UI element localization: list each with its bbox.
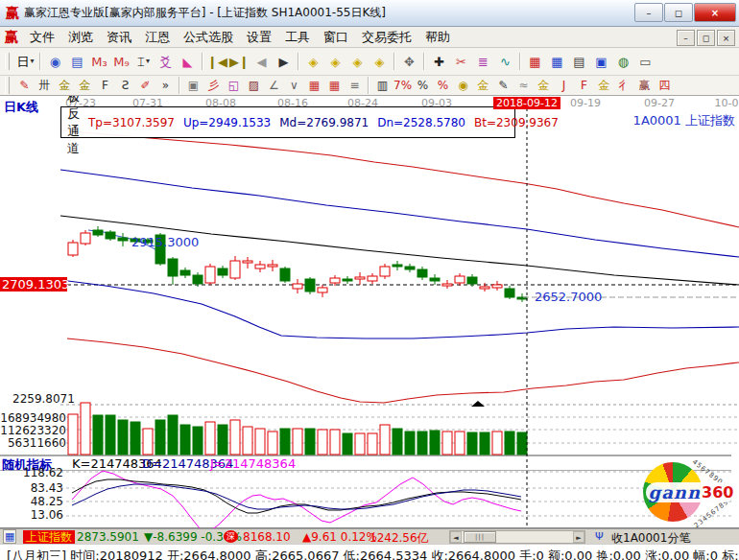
last-page-icon[interactable]: ▶❙ <box>228 52 250 71</box>
toolbar-grip[interactable] <box>5 53 10 70</box>
angle-lines-icon[interactable]: ∠ <box>264 78 284 94</box>
scroll-left-arrow[interactable]: ◄ <box>450 531 462 543</box>
sz-index-change: ▲9.61 0.12% <box>302 530 377 544</box>
menu-item-4[interactable]: 公式选股 <box>177 28 240 47</box>
kline-3-icon[interactable]: M₃ <box>88 52 110 71</box>
window-restore-button[interactable]: ◻ <box>664 3 693 22</box>
logo-gann-text: gann <box>649 482 701 502</box>
index-badge[interactable]: 上证指数 <box>23 530 75 544</box>
menu-item-8[interactable]: 交易委托 <box>355 28 418 47</box>
mdi-restore-button[interactable]: ◻ <box>697 30 715 46</box>
save-icon[interactable]: ▣ <box>590 52 612 71</box>
dropdown-caret-icon: ▾ <box>146 58 150 65</box>
menu-item-6[interactable]: 工具 <box>278 28 317 47</box>
gold-2-icon[interactable]: 金 <box>534 78 554 94</box>
kdj-scale-4: 13.06 <box>31 508 63 522</box>
menu-app-icon: 赢 <box>5 29 18 46</box>
toolbar-separator <box>202 53 203 70</box>
wave-icon[interactable]: ≈ <box>513 78 534 94</box>
scroll-thumb[interactable]: ||| <box>464 531 496 543</box>
more-tools-chevron[interactable]: » <box>155 78 176 94</box>
axis-date-current: 2018-09-12 <box>493 97 560 109</box>
mdi-minimize-button[interactable]: – <box>677 30 695 46</box>
menu-item-2[interactable]: 资讯 <box>100 28 138 47</box>
v-lines-icon[interactable]: ∨ <box>284 78 304 94</box>
win-angle-icon[interactable]: 赢 <box>634 78 655 94</box>
percent-lines-icon[interactable]: % <box>433 78 453 94</box>
menu-item-1[interactable]: 浏览 <box>61 28 100 47</box>
gold-circle-icon[interactable]: ◉ <box>453 78 473 94</box>
hatch-box-icon[interactable]: ▨ <box>244 78 264 94</box>
f-grid-icon[interactable]: F <box>95 78 115 94</box>
gold-lines-icon[interactable]: 金 <box>473 78 493 94</box>
zoom-out-icon[interactable]: ◈ <box>302 52 324 71</box>
fan-lines-icon[interactable]: 彡 <box>203 78 224 94</box>
menu-item-7[interactable]: 窗口 <box>317 28 355 47</box>
spiral-icon[interactable]: Ƨ <box>115 78 135 94</box>
crosshair-tool-icon[interactable]: ✚ <box>428 52 450 71</box>
toolbar-grip[interactable] <box>5 77 10 94</box>
drawing-toolbar: ✎卅金金FƧ✐»▣彡◱▨∠∨▦▦≡▥7%%%◉金✎≈金JF金彳赢四 <box>0 76 739 96</box>
curve-icon[interactable]: ∿ <box>494 52 516 71</box>
zoom-in-icon[interactable]: ◈ <box>324 52 346 71</box>
prev-icon[interactable]: ◀ <box>250 52 273 71</box>
network-icon[interactable]: ◉ <box>44 52 66 71</box>
color-chart-icon[interactable]: ◣ <box>177 52 199 71</box>
app-logo-icon: 赢 <box>6 5 19 22</box>
grid-arrow-icon[interactable]: ▦ <box>324 78 345 94</box>
print-icon[interactable]: ▭ <box>634 52 656 71</box>
candle-style-icon[interactable]: ⌶▾ <box>132 52 155 71</box>
hand-tool-icon[interactable]: ✥ <box>398 52 420 71</box>
scissors-icon[interactable]: ✂ <box>450 52 472 71</box>
scroll-right-arrow[interactable]: ► <box>573 531 584 543</box>
menu-item-0[interactable]: 文件 <box>23 28 61 47</box>
grid-tool-icon[interactable]: 卅 <box>35 78 55 94</box>
menu-item-9[interactable]: 帮助 <box>418 28 457 47</box>
gold-grid-2-icon[interactable]: 金 <box>75 78 95 94</box>
full-expand-icon[interactable]: ◈ <box>369 52 391 71</box>
walk-angle-icon[interactable]: 彳 <box>614 78 634 94</box>
four-angle-icon[interactable]: 四 <box>655 78 675 94</box>
fan-box-icon[interactable]: ◱ <box>224 78 244 94</box>
channel-bt-value: Bt=2309.9367 <box>474 116 559 129</box>
percent-icon[interactable]: % <box>413 78 433 94</box>
red-grid-icon[interactable]: ▦ <box>304 78 324 94</box>
calculator-icon[interactable]: ▦ <box>546 52 568 71</box>
indicator-style-icon[interactable]: 爻 <box>155 52 177 71</box>
menu-item-5[interactable]: 设置 <box>240 28 278 47</box>
percent-7-icon[interactable]: 7% <box>393 78 413 94</box>
gann360-logo: 456789012 234567890 gann360 <box>643 462 737 524</box>
gold-grid-icon[interactable]: 金 <box>55 78 75 94</box>
next-icon[interactable]: ▶ <box>273 52 295 71</box>
f-angle-icon[interactable]: F <box>574 78 594 94</box>
j-angle-icon[interactable]: J <box>554 78 574 94</box>
shenzhen-icon[interactable]: 深 <box>224 530 238 543</box>
web-icon[interactable]: ◍ <box>612 52 634 71</box>
window-close-button[interactable]: × <box>694 3 736 22</box>
news-icon[interactable]: ▤ <box>568 52 590 71</box>
status-bar: ▦ 上证指数 2873.5901 ▼-8.6399 -0.30% 深 8168.… <box>0 528 739 544</box>
brush-ruler-icon[interactable]: ✐ <box>135 78 155 94</box>
mdi-close-button[interactable]: × <box>717 30 735 46</box>
first-page-icon[interactable]: ❙◀ <box>206 52 228 71</box>
pen-2-icon[interactable]: ✎ <box>493 78 513 94</box>
kline-9-icon[interactable]: M₉ <box>110 52 132 71</box>
chart-area[interactable]: 极反通道 Tp=3107.3597 Up=2949.1533 Md=2769.9… <box>0 96 739 528</box>
gold-angle-icon[interactable]: 金 <box>594 78 614 94</box>
ohlc-info-line: [八月初三] 时间:20180912 开:2664.8000 高:2665.06… <box>0 544 739 560</box>
title-bar: 赢 赢家江恩专业版[赢家内部服务平台] - [上证指数 SH1A0001-55日… <box>0 0 739 27</box>
calendar-icon[interactable]: ▦ <box>524 52 546 71</box>
info-list-icon[interactable]: ▤ <box>66 52 88 71</box>
brush-icon[interactable]: ✎ <box>14 78 35 94</box>
box-tool-icon[interactable]: ▣ <box>183 78 203 94</box>
window-minimize-button[interactable]: – <box>634 3 663 22</box>
measure-icon[interactable]: ▥ <box>372 78 393 94</box>
quote-table-icon[interactable]: ▦ <box>3 529 16 544</box>
h-expand-icon[interactable]: ◈ <box>346 52 369 71</box>
ribbon-icon[interactable]: ≣ <box>472 52 494 71</box>
kdj-j-value: J=214748364 <box>210 456 296 471</box>
period-day-button[interactable]: 日▾ <box>14 52 36 71</box>
horizontal-scrollbar[interactable]: ◄ ||| ► <box>449 530 585 544</box>
slant-lines-icon[interactable]: ≡ <box>345 78 365 94</box>
menu-item-3[interactable]: 江恩 <box>138 28 177 47</box>
